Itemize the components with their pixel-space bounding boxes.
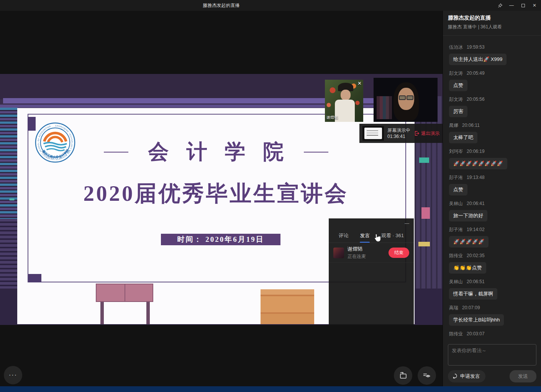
title-line-right — [304, 152, 328, 153]
illustration-dot-teal — [9, 198, 15, 200]
illustration-orange-crate — [261, 289, 314, 324]
participant-video-child[interactable]: 谢熠韬 ✕ — [325, 80, 363, 122]
message-time: 19:13:48 — [467, 175, 485, 180]
more-options-button[interactable]: ··· — [4, 366, 22, 384]
sender-name: 彭文涛 — [449, 97, 463, 102]
message-bubble: 👏👏👏点赞 — [449, 262, 486, 274]
illustration-pole — [146, 302, 150, 324]
speaker-head-icon — [452, 373, 458, 379]
message-time: 19:14:02 — [467, 227, 485, 232]
request-speak-button[interactable]: 申请发言 — [448, 370, 485, 382]
message-bubble: 太棒了吧 — [449, 132, 477, 143]
chat-message: 刘珂岑20:06:19 🚀🚀🚀🚀🚀🚀🚀🚀 — [449, 148, 536, 169]
message-time: 20:05:56 — [467, 97, 485, 102]
send-button[interactable]: 发送 — [510, 370, 536, 382]
sender-name: 伍泊冰 — [449, 44, 463, 50]
sender-name: 吴林山 — [449, 279, 463, 284]
chat-message: 彭子洧19:14:02 🚀🚀🚀🚀🚀 — [449, 226, 536, 248]
title-line-left — [104, 152, 128, 153]
screen-share-thumbnail — [362, 126, 384, 141]
chat-sidebar: 滕雅杰发起的直播 滕雅杰 直播中 | 361人观看 伍泊冰19:59:53 给主… — [443, 0, 541, 386]
message-bubble: 给主持人送出🚀 X999 — [449, 54, 507, 65]
panel-minimize-icon[interactable]: — — [405, 221, 409, 226]
maximize-icon — [521, 4, 525, 7]
illustration-pink-boxes — [96, 284, 153, 302]
window-controls: — ✕ — [496, 0, 539, 11]
chat-message: 晁娜20:06:11 太棒了吧 — [449, 122, 536, 143]
rotate-screen-icon — [398, 371, 408, 380]
live-stream-window: 滕雅杰发起的直播 — ✕ — [0, 0, 541, 392]
participant-video-webcam[interactable] — [374, 78, 438, 122]
sender-name: 彭文涛 — [449, 71, 463, 76]
chat-message-list[interactable]: 伍泊冰19:59:53 给主持人送出🚀 X999 彭文涛20:05:49 点赞 … — [443, 40, 541, 339]
sender-name: 晁娜 — [449, 123, 458, 128]
titlebar: 滕雅杰发起的直播 — ✕ — [0, 0, 541, 11]
message-time: 20:06:51 — [467, 279, 485, 284]
chat-message: 陈传业20:02:35 👏👏👏点赞 — [449, 253, 536, 274]
participant-face — [341, 90, 351, 100]
message-time: 20:03:07 — [467, 331, 485, 336]
message-bubble: 点赞 — [449, 184, 467, 195]
participant-name-label: 谢熠韬 — [326, 115, 338, 120]
illustration-blinds — [0, 108, 18, 219]
chat-message: 彭文涛20:05:56 厉害 — [449, 96, 536, 117]
end-call-button[interactable]: 结束 — [389, 248, 409, 258]
close-icon[interactable]: ✕ — [357, 80, 362, 86]
slide-corner-square-bottom — [28, 274, 41, 282]
exit-presentation-button[interactable]: 退出演示 — [414, 130, 439, 137]
panel-tabs: 评论 发言 观看 · 361 — [329, 232, 414, 243]
message-time: 20:06:19 — [467, 149, 485, 154]
chat-message: 吴林山20:06:41 旅一下游的好 — [449, 200, 536, 221]
sender-name: 彭子洧 — [449, 175, 463, 180]
stream-title: 滕雅杰发起的直播 — [448, 15, 491, 21]
chat-input-container — [448, 344, 536, 366]
sender-name: 彭子洧 — [449, 227, 463, 232]
chat-message: 高瑞20:07:09 学长经常上B站吗hhh — [449, 305, 536, 326]
speaker-status: 正在连麦 — [348, 253, 366, 260]
viewer-list-button[interactable] — [418, 366, 436, 385]
minimize-button[interactable]: — — [507, 1, 516, 10]
tab-speakers[interactable]: 发言 — [360, 232, 370, 243]
chat-input[interactable] — [448, 344, 536, 365]
message-bubble: 旅一下游的好 — [449, 210, 487, 221]
ellipsis-icon: ··· — [9, 372, 17, 379]
close-button[interactable]: ✕ — [530, 1, 539, 10]
glasses-icon — [399, 95, 413, 100]
sidebar-bottom-bar: 申请发言 发送 — [443, 370, 541, 382]
message-time: 20:02:35 — [467, 253, 485, 258]
rotate-screen-button[interactable] — [394, 366, 412, 385]
slide-subtitle: 2020届优秀毕业生宣讲会 — [17, 179, 415, 208]
list-eye-icon — [422, 371, 431, 380]
chat-message: 陈传业20:03:07 🚀🚀🚀🚀🚀🚀🚀 — [449, 331, 536, 339]
tab-viewers[interactable]: 观看 · 361 — [381, 232, 404, 243]
request-speak-label: 申请发言 — [460, 373, 480, 380]
speaker-list-item: 谢熠韬 正在连麦 结束 — [329, 243, 414, 263]
titlebar-title: 滕雅杰发起的直播 — [0, 0, 443, 11]
slide-time-banner: 时间： 2020年6月19日 — [161, 234, 280, 245]
pin-icon[interactable] — [496, 1, 504, 10]
message-time: 20:06:41 — [467, 201, 485, 206]
chat-message: 伍泊冰19:59:53 给主持人送出🚀 X999 — [449, 44, 536, 65]
screen-share-status: 屏幕演示中 — [387, 128, 410, 133]
message-bubble: 点赞 — [449, 80, 467, 91]
message-time: 20:06:11 — [462, 123, 480, 128]
tab-comments[interactable]: 评论 — [339, 232, 349, 243]
sender-name: 高瑞 — [449, 305, 458, 310]
stream-status: 滕雅杰 直播中 | 361人观看 — [448, 24, 502, 30]
screen-share-pill: 屏幕演示中 01:36:41 退出演示 — [359, 124, 443, 143]
message-bubble: 愣着干嘛，截屏啊 — [449, 288, 497, 300]
main-video-area: CHONGQING TECHNOLOGY AND BUSINESS UNIVER… — [0, 11, 443, 386]
comments-panel: — 评论 发言 观看 · 361 谢熠韬 正在连麦 结束 — [329, 218, 414, 325]
message-time: 20:05:49 — [467, 71, 485, 76]
screen-share-timer: 01:36:41 — [387, 134, 410, 139]
message-time: 20:07:09 — [462, 305, 480, 310]
chat-message: 彭文涛20:05:49 点赞 — [449, 70, 536, 91]
sidebar-divider — [443, 35, 541, 36]
avatar — [333, 248, 344, 258]
maximize-button[interactable] — [519, 1, 527, 10]
message-bubble: 学长经常上B站吗hhh — [449, 314, 504, 326]
illustration-shelf-item — [421, 207, 430, 219]
illustration-shelf-item — [419, 157, 429, 163]
exit-presentation-label: 退出演示 — [421, 130, 439, 137]
sender-name: 陈传业 — [449, 253, 463, 258]
